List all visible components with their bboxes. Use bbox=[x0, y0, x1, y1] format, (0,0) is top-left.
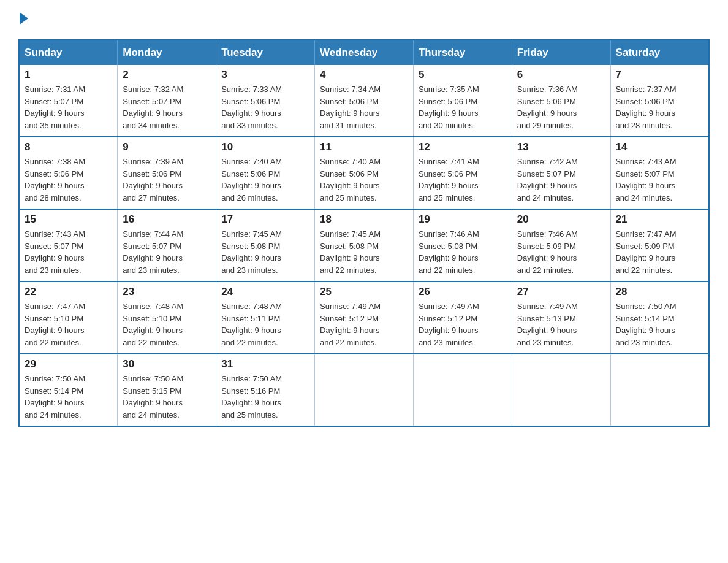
day-info: Sunrise: 7:49 AM Sunset: 5:12 PM Dayligh… bbox=[419, 301, 507, 348]
weekday-header-sunday: Sunday bbox=[19, 40, 118, 65]
day-number: 29 bbox=[25, 358, 112, 370]
calendar-cell: 20 Sunrise: 7:46 AM Sunset: 5:09 PM Dayl… bbox=[512, 209, 610, 282]
day-number: 22 bbox=[25, 286, 112, 298]
logo bbox=[18, 12, 28, 27]
day-number: 7 bbox=[616, 69, 703, 81]
calendar-cell bbox=[315, 354, 414, 426]
weekday-header-row: SundayMondayTuesdayWednesdayThursdayFrid… bbox=[19, 40, 709, 65]
calendar-cell: 12 Sunrise: 7:41 AM Sunset: 5:06 PM Dayl… bbox=[413, 137, 512, 209]
day-info: Sunrise: 7:38 AM Sunset: 5:06 PM Dayligh… bbox=[25, 156, 112, 204]
calendar-cell: 5 Sunrise: 7:35 AM Sunset: 5:06 PM Dayli… bbox=[413, 65, 512, 137]
calendar-cell: 21 Sunrise: 7:47 AM Sunset: 5:09 PM Dayl… bbox=[610, 209, 709, 282]
calendar-cell: 3 Sunrise: 7:33 AM Sunset: 5:06 PM Dayli… bbox=[216, 65, 315, 137]
page-header bbox=[18, 12, 710, 27]
calendar-cell: 11 Sunrise: 7:40 AM Sunset: 5:06 PM Dayl… bbox=[315, 137, 414, 209]
calendar-table: SundayMondayTuesdayWednesdayThursdayFrid… bbox=[18, 39, 710, 427]
calendar-cell: 26 Sunrise: 7:49 AM Sunset: 5:12 PM Dayl… bbox=[413, 282, 512, 354]
day-number: 1 bbox=[25, 69, 112, 81]
day-number: 12 bbox=[419, 141, 507, 153]
calendar-cell: 23 Sunrise: 7:48 AM Sunset: 5:10 PM Dayl… bbox=[118, 282, 216, 354]
day-number: 19 bbox=[419, 213, 507, 226]
day-number: 25 bbox=[320, 286, 408, 298]
day-number: 17 bbox=[221, 213, 309, 226]
calendar-cell: 9 Sunrise: 7:39 AM Sunset: 5:06 PM Dayli… bbox=[118, 137, 216, 209]
calendar-cell: 16 Sunrise: 7:44 AM Sunset: 5:07 PM Dayl… bbox=[118, 209, 216, 282]
calendar-cell: 4 Sunrise: 7:34 AM Sunset: 5:06 PM Dayli… bbox=[315, 65, 414, 137]
calendar-cell: 19 Sunrise: 7:46 AM Sunset: 5:08 PM Dayl… bbox=[413, 209, 512, 282]
day-info: Sunrise: 7:40 AM Sunset: 5:06 PM Dayligh… bbox=[320, 156, 408, 204]
day-number: 14 bbox=[616, 141, 703, 153]
logo-triangle-icon bbox=[20, 12, 28, 25]
weekday-header-monday: Monday bbox=[118, 40, 216, 65]
calendar-cell: 8 Sunrise: 7:38 AM Sunset: 5:06 PM Dayli… bbox=[19, 137, 118, 209]
day-number: 28 bbox=[616, 286, 703, 298]
day-number: 4 bbox=[320, 69, 408, 81]
day-number: 26 bbox=[419, 286, 507, 298]
day-info: Sunrise: 7:37 AM Sunset: 5:06 PM Dayligh… bbox=[616, 83, 703, 131]
day-info: Sunrise: 7:47 AM Sunset: 5:09 PM Dayligh… bbox=[616, 228, 703, 276]
day-number: 15 bbox=[25, 213, 112, 226]
day-info: Sunrise: 7:50 AM Sunset: 5:15 PM Dayligh… bbox=[123, 373, 211, 421]
day-number: 21 bbox=[616, 213, 703, 226]
calendar-cell: 25 Sunrise: 7:49 AM Sunset: 5:12 PM Dayl… bbox=[315, 282, 414, 354]
day-number: 27 bbox=[517, 286, 605, 298]
day-info: Sunrise: 7:46 AM Sunset: 5:08 PM Dayligh… bbox=[419, 228, 507, 276]
calendar-cell: 7 Sunrise: 7:37 AM Sunset: 5:06 PM Dayli… bbox=[610, 65, 709, 137]
calendar-cell: 24 Sunrise: 7:48 AM Sunset: 5:11 PM Dayl… bbox=[216, 282, 315, 354]
day-info: Sunrise: 7:44 AM Sunset: 5:07 PM Dayligh… bbox=[123, 228, 211, 276]
day-number: 13 bbox=[517, 141, 605, 153]
calendar-week-row: 1 Sunrise: 7:31 AM Sunset: 5:07 PM Dayli… bbox=[19, 65, 709, 137]
day-number: 20 bbox=[517, 213, 605, 226]
day-number: 23 bbox=[123, 286, 211, 298]
calendar-cell bbox=[610, 354, 709, 426]
calendar-week-row: 22 Sunrise: 7:47 AM Sunset: 5:10 PM Dayl… bbox=[19, 282, 709, 354]
calendar-week-row: 8 Sunrise: 7:38 AM Sunset: 5:06 PM Dayli… bbox=[19, 137, 709, 209]
day-number: 24 bbox=[221, 286, 309, 298]
day-number: 11 bbox=[320, 141, 408, 153]
day-info: Sunrise: 7:31 AM Sunset: 5:07 PM Dayligh… bbox=[25, 83, 112, 131]
calendar-cell: 27 Sunrise: 7:49 AM Sunset: 5:13 PM Dayl… bbox=[512, 282, 610, 354]
day-number: 5 bbox=[419, 69, 507, 81]
day-info: Sunrise: 7:32 AM Sunset: 5:07 PM Dayligh… bbox=[123, 83, 211, 131]
calendar-cell: 15 Sunrise: 7:43 AM Sunset: 5:07 PM Dayl… bbox=[19, 209, 118, 282]
weekday-header-thursday: Thursday bbox=[413, 40, 512, 65]
day-info: Sunrise: 7:45 AM Sunset: 5:08 PM Dayligh… bbox=[221, 228, 309, 276]
day-info: Sunrise: 7:45 AM Sunset: 5:08 PM Dayligh… bbox=[320, 228, 408, 276]
day-info: Sunrise: 7:41 AM Sunset: 5:06 PM Dayligh… bbox=[419, 156, 507, 204]
day-info: Sunrise: 7:49 AM Sunset: 5:13 PM Dayligh… bbox=[517, 301, 605, 348]
day-number: 18 bbox=[320, 213, 408, 226]
day-info: Sunrise: 7:50 AM Sunset: 5:14 PM Dayligh… bbox=[616, 301, 703, 348]
calendar-cell: 2 Sunrise: 7:32 AM Sunset: 5:07 PM Dayli… bbox=[118, 65, 216, 137]
day-info: Sunrise: 7:47 AM Sunset: 5:10 PM Dayligh… bbox=[25, 301, 112, 348]
day-info: Sunrise: 7:35 AM Sunset: 5:06 PM Dayligh… bbox=[419, 83, 507, 131]
day-number: 9 bbox=[123, 141, 211, 153]
day-info: Sunrise: 7:50 AM Sunset: 5:16 PM Dayligh… bbox=[221, 373, 309, 421]
day-number: 30 bbox=[123, 358, 211, 370]
calendar-cell: 10 Sunrise: 7:40 AM Sunset: 5:06 PM Dayl… bbox=[216, 137, 315, 209]
day-info: Sunrise: 7:39 AM Sunset: 5:06 PM Dayligh… bbox=[123, 156, 211, 204]
calendar-cell bbox=[413, 354, 512, 426]
weekday-header-friday: Friday bbox=[512, 40, 610, 65]
day-number: 3 bbox=[221, 69, 309, 81]
calendar-cell: 30 Sunrise: 7:50 AM Sunset: 5:15 PM Dayl… bbox=[118, 354, 216, 426]
day-info: Sunrise: 7:36 AM Sunset: 5:06 PM Dayligh… bbox=[517, 83, 605, 131]
calendar-cell bbox=[512, 354, 610, 426]
calendar-cell: 18 Sunrise: 7:45 AM Sunset: 5:08 PM Dayl… bbox=[315, 209, 414, 282]
weekday-header-tuesday: Tuesday bbox=[216, 40, 315, 65]
calendar-cell: 28 Sunrise: 7:50 AM Sunset: 5:14 PM Dayl… bbox=[610, 282, 709, 354]
calendar-cell: 22 Sunrise: 7:47 AM Sunset: 5:10 PM Dayl… bbox=[19, 282, 118, 354]
calendar-cell: 17 Sunrise: 7:45 AM Sunset: 5:08 PM Dayl… bbox=[216, 209, 315, 282]
calendar-cell: 31 Sunrise: 7:50 AM Sunset: 5:16 PM Dayl… bbox=[216, 354, 315, 426]
day-info: Sunrise: 7:46 AM Sunset: 5:09 PM Dayligh… bbox=[517, 228, 605, 276]
day-number: 2 bbox=[123, 69, 211, 81]
day-number: 8 bbox=[25, 141, 112, 153]
calendar-cell: 6 Sunrise: 7:36 AM Sunset: 5:06 PM Dayli… bbox=[512, 65, 610, 137]
calendar-cell: 29 Sunrise: 7:50 AM Sunset: 5:14 PM Dayl… bbox=[19, 354, 118, 426]
day-number: 16 bbox=[123, 213, 211, 226]
day-info: Sunrise: 7:50 AM Sunset: 5:14 PM Dayligh… bbox=[25, 373, 112, 421]
calendar-cell: 1 Sunrise: 7:31 AM Sunset: 5:07 PM Dayli… bbox=[19, 65, 118, 137]
calendar-cell: 13 Sunrise: 7:42 AM Sunset: 5:07 PM Dayl… bbox=[512, 137, 610, 209]
calendar-week-row: 29 Sunrise: 7:50 AM Sunset: 5:14 PM Dayl… bbox=[19, 354, 709, 426]
day-number: 6 bbox=[517, 69, 605, 81]
day-info: Sunrise: 7:48 AM Sunset: 5:10 PM Dayligh… bbox=[123, 301, 211, 348]
